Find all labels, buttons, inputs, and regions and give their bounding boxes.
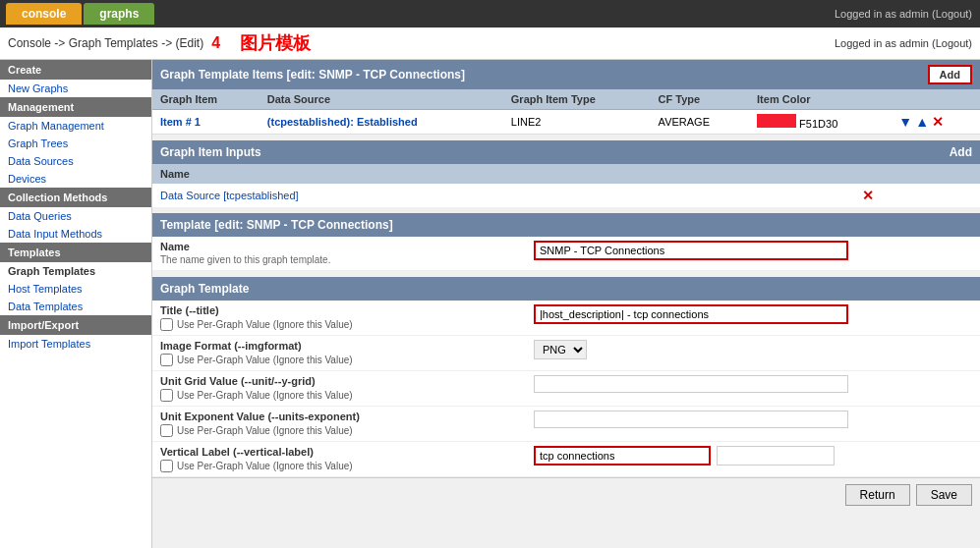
sidebar-item-host-templates[interactable]: Host Templates [0, 280, 151, 298]
cf-type-cell: AVERAGE [651, 110, 749, 135]
vertical-label-extra-input[interactable] [717, 446, 835, 466]
table-row: Item # 1 (tcpestablished): Established L… [152, 110, 980, 135]
graph-template-items-table: Graph Item Data Source Graph Item Type C… [152, 89, 980, 135]
graph-template-items-add-button[interactable]: Add [928, 65, 972, 84]
data-source-link[interactable]: (tcpestablished): Established [267, 116, 418, 128]
sidebar-management-header: Management [0, 97, 151, 117]
unit-grid-per-graph-label: Use Per-Graph Value (Ignore this Value) [177, 390, 353, 401]
row-actions: ▼ ▲ ✕ [891, 110, 980, 135]
top-navigation: console graphs Logged in as admin (Logou… [0, 0, 980, 27]
title-row: Title (--title) Use Per-Graph Value (Ign… [152, 301, 980, 336]
template-section: Name The name given to this graph templa… [152, 237, 980, 271]
breadcrumb: Console -> Graph Templates -> (Edit) 4 图… [0, 27, 980, 60]
template-section-title: Template [edit: SNMP - TCP Connections] [160, 218, 393, 232]
logged-in-label: Logged in as admin (Logout) [835, 8, 972, 20]
unit-grid-input[interactable] [534, 375, 848, 393]
main-content: Graph Template Items [edit: SNMP - TCP C… [152, 60, 980, 548]
template-name-input[interactable] [534, 241, 848, 260]
vertical-label-per-graph-checkbox[interactable] [160, 460, 173, 472]
title-label: Title (--title) [160, 304, 534, 316]
move-up-icon[interactable]: ▲ [915, 114, 929, 130]
image-format-label: Image Format (--imgformat) [160, 340, 534, 352]
logged-in-info: Logged in as admin (Logout) [835, 37, 972, 49]
graph-item-inputs-table: Name Data Source [tcpestablished] ✕ [152, 164, 980, 207]
graph-template-header: Graph Template [152, 277, 980, 301]
unit-exponent-label: Unit Exponent Value (--units-exponent) [160, 411, 534, 422]
vertical-label-per-graph-label: Use Per-Graph Value (Ignore this Value) [177, 461, 353, 471]
sidebar-templates-header: Templates [0, 243, 151, 262]
title-per-graph-label: Use Per-Graph Value (Ignore this Value) [177, 319, 353, 330]
graph-item-inputs-header: Graph Item Inputs Add [152, 140, 980, 164]
save-button[interactable]: Save [916, 484, 972, 506]
graph-item-inputs-title: Graph Item Inputs [160, 145, 261, 159]
col-actions2 [854, 164, 980, 184]
move-down-icon[interactable]: ▼ [898, 114, 912, 130]
title-per-graph-checkbox[interactable] [160, 318, 173, 331]
sidebar-item-data-sources[interactable]: Data Sources [0, 152, 151, 170]
vertical-label-input[interactable] [534, 446, 711, 466]
sidebar-create-header: Create [0, 60, 151, 80]
template-name-row: Name The name given to this graph templa… [152, 237, 980, 271]
unit-exponent-input[interactable] [534, 411, 848, 428]
sidebar-item-graph-management[interactable]: Graph Management [0, 117, 151, 135]
console-tab[interactable]: console [6, 3, 82, 25]
sidebar-item-devices[interactable]: Devices [0, 170, 151, 188]
sidebar-item-graph-trees[interactable]: Graph Trees [0, 135, 151, 152]
graph-item-type-cell: LINE2 [503, 110, 651, 135]
bottom-bar: Return Save [152, 477, 980, 512]
image-format-select[interactable]: PNG GIF SVG [534, 340, 587, 359]
unit-exponent-row: Unit Exponent Value (--units-exponent) U… [152, 407, 980, 442]
sidebar-item-new-graphs[interactable]: New Graphs [0, 80, 151, 97]
graph-template-title: Graph Template [160, 282, 249, 296]
unit-exponent-per-graph-checkbox[interactable] [160, 424, 173, 437]
sidebar-item-import-templates[interactable]: Import Templates [0, 335, 151, 353]
vertical-label-label: Vertical Label (--vertical-label) [160, 446, 534, 458]
graph-item-inputs-add-label: Add [950, 145, 972, 159]
sidebar-item-data-input-methods[interactable]: Data Input Methods [0, 225, 151, 243]
col-graph-item: Graph Item [152, 89, 259, 110]
list-item: Data Source [tcpestablished] ✕ [152, 184, 980, 207]
col-cf-type: CF Type [651, 89, 749, 110]
template-section-header: Template [edit: SNMP - TCP Connections] [152, 213, 980, 237]
unit-grid-per-graph-checkbox[interactable] [160, 389, 173, 402]
title-input[interactable] [534, 304, 848, 324]
breadcrumb-text: Console -> Graph Templates -> (Edit) [8, 36, 203, 50]
item-number-link[interactable]: Item # 1 [160, 116, 201, 128]
graphs-tab[interactable]: graphs [84, 3, 154, 25]
template-name-label: Name [160, 241, 534, 252]
col-actions [891, 89, 980, 110]
vertical-label-row: Vertical Label (--vertical-label) Use Pe… [152, 442, 980, 477]
sidebar-collection-methods-header: Collection Methods [0, 188, 151, 207]
delete-item-icon[interactable]: ✕ [932, 114, 944, 130]
color-value: F51D30 [799, 118, 837, 130]
watermark-text: 图片模板 [240, 31, 311, 55]
input-name-link[interactable]: Data Source [tcpestablished] [160, 190, 299, 201]
graph-template-section: Title (--title) Use Per-Graph Value (Ign… [152, 301, 980, 477]
image-format-per-graph-checkbox[interactable] [160, 354, 173, 366]
col-item-color: Item Color [749, 89, 891, 110]
unit-exponent-per-graph-label: Use Per-Graph Value (Ignore this Value) [177, 425, 353, 436]
sidebar-item-data-queries[interactable]: Data Queries [0, 207, 151, 225]
sidebar-item-graph-templates[interactable]: Graph Templates [0, 262, 151, 280]
color-swatch [757, 114, 796, 128]
main-layout: Create New Graphs Management Graph Manag… [0, 60, 980, 548]
watermark-num: 4 [211, 34, 220, 52]
template-name-desc: The name given to this graph template. [160, 254, 330, 265]
image-format-row: Image Format (--imgformat) Use Per-Graph… [152, 336, 980, 371]
col-graph-item-type: Graph Item Type [503, 89, 651, 110]
unit-grid-label: Unit Grid Value (--unit/--y-grid) [160, 375, 534, 387]
sidebar-item-data-templates[interactable]: Data Templates [0, 298, 151, 315]
graph-template-items-header: Graph Template Items [edit: SNMP - TCP C… [152, 60, 980, 89]
unit-grid-row: Unit Grid Value (--unit/--y-grid) Use Pe… [152, 371, 980, 407]
return-button[interactable]: Return [845, 484, 910, 506]
item-color-cell: F51D30 [749, 110, 891, 135]
graph-template-items-title: Graph Template Items [edit: SNMP - TCP C… [160, 68, 465, 82]
delete-input-icon[interactable]: ✕ [862, 188, 874, 203]
sidebar-import-export-header: Import/Export [0, 315, 151, 335]
col-name: Name [152, 164, 854, 184]
image-format-per-graph-label: Use Per-Graph Value (Ignore this Value) [177, 355, 353, 365]
sidebar: Create New Graphs Management Graph Manag… [0, 60, 152, 548]
col-data-source: Data Source [259, 89, 503, 110]
